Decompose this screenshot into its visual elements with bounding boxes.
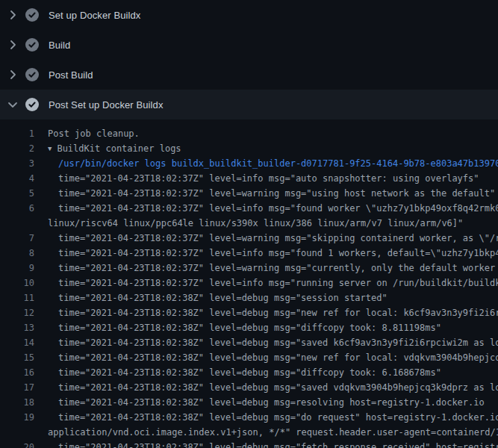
log-line-number[interactable]: 14 [0,335,34,350]
step-row-build[interactable]: Build [0,30,498,60]
step-row-post-build[interactable]: Post Build [0,60,498,90]
log-line-text: time="2021-04-23T18:02:38Z" level=debug … [34,440,498,448]
step-row-post-set-up-docker-buildx[interactable]: Post Set up Docker Buildx [0,90,498,119]
log-line-text: Post job cleanup. [34,126,140,141]
log-line-number[interactable]: 16 [0,365,34,380]
log-line-number[interactable]: 12 [0,305,34,320]
log-line: 12time="2021-04-23T18:02:38Z" level=debu… [0,305,498,320]
step-title: Post Build [49,69,93,81]
log-line-text: time="2021-04-23T18:02:38Z" level=debug … [34,350,498,365]
log-command-text: /usr/bin/docker logs buildx_buildkit_bui… [34,156,498,171]
step-row-set-up-docker-buildx[interactable]: Set up Docker Buildx [0,0,498,30]
log-line: 5time="2021-04-23T18:02:37Z" level=warni… [0,186,498,201]
log-line-text: time="2021-04-23T18:02:37Z" level=info m… [34,171,479,186]
log-line-text: ▼BuildKit container logs [34,141,181,156]
log-line: 11time="2021-04-23T18:02:38Z" level=debu… [0,290,498,305]
log-line-text: time="2021-04-23T18:02:38Z" level=debug … [34,395,485,410]
log-line-number[interactable]: 2 [0,141,34,156]
check-circle-icon [25,38,39,52]
log-line-number[interactable]: 17 [0,380,34,395]
log-line-text: time="2021-04-23T18:02:37Z" level=warnin… [34,231,498,246]
log-line: 9time="2021-04-23T18:02:37Z" level=warni… [0,261,498,276]
log-line-text: time="2021-04-23T18:02:38Z" level=debug … [34,335,498,350]
log-line-number[interactable]: 8 [0,246,34,261]
log-line: 13time="2021-04-23T18:02:38Z" level=debu… [0,320,498,335]
log-content: 1Post job cleanup.2▼BuildKit container l… [0,119,498,448]
workflow-steps-list: Set up Docker BuildxBuildPost BuildPost … [0,0,498,119]
log-line-number[interactable]: 9 [0,261,34,276]
log-line-continuation: application/vnd.oci.image.index.v1+json,… [0,425,498,440]
log-line-text: time="2021-04-23T18:02:38Z" level=debug … [34,320,441,335]
chevron-right-icon[interactable] [7,9,19,21]
log-line: 7time="2021-04-23T18:02:37Z" level=warni… [0,231,498,246]
log-line-text: time="2021-04-23T18:02:38Z" level=debug … [34,365,441,380]
log-line-number[interactable]: 5 [0,186,34,201]
log-line: 2▼BuildKit container logs [0,141,498,156]
log-line: 20time="2021-04-23T18:02:38Z" level=debu… [0,440,498,448]
log-line-continuation: linux/riscv64 linux/ppc64le linux/s390x … [0,216,498,231]
log-line-text: application/vnd.oci.image.index.v1+json,… [34,425,498,440]
check-circle-icon [25,98,39,111]
log-line-text: time="2021-04-23T18:02:37Z" level=info m… [34,276,498,290]
chevron-right-icon[interactable] [7,39,19,51]
log-group-toggle-icon[interactable]: ▼ [48,141,52,156]
log-line: 19time="2021-04-23T18:02:38Z" level=debu… [0,410,498,425]
log-line: 1Post job cleanup. [0,126,498,141]
log-line-number [0,425,34,440]
log-line-number[interactable]: 1 [0,126,34,141]
log-line-number[interactable]: 10 [0,276,34,290]
log-line-text: time="2021-04-23T18:02:37Z" level=info m… [34,246,498,261]
log-line-number[interactable]: 15 [0,350,34,365]
log-line: 10time="2021-04-23T18:02:37Z" level=info… [0,276,498,290]
log-line-number[interactable]: 18 [0,395,34,410]
log-line-text: linux/riscv64 linux/ppc64le linux/s390x … [34,216,463,231]
log-line-text: time="2021-04-23T18:02:38Z" level=debug … [34,290,387,305]
log-line-number[interactable]: 6 [0,201,34,216]
log-line: 4time="2021-04-23T18:02:37Z" level=info … [0,171,498,186]
log-line-number[interactable]: 4 [0,171,34,186]
log-line: 14time="2021-04-23T18:02:38Z" level=debu… [0,335,498,350]
log-line: 17time="2021-04-23T18:02:38Z" level=debu… [0,380,498,395]
log-line-number[interactable]: 7 [0,231,34,246]
log-line-text: time="2021-04-23T18:02:37Z" level=warnin… [34,261,498,276]
step-title: Post Set up Docker Buildx [49,99,164,111]
check-circle-icon [25,68,39,81]
log-line-number[interactable]: 20 [0,440,34,448]
step-title: Build [49,40,70,51]
log-line: 6time="2021-04-23T18:02:37Z" level=info … [0,201,498,216]
log-line-number[interactable]: 11 [0,290,34,305]
log-line-number[interactable]: 13 [0,320,34,335]
log-line: 3/usr/bin/docker logs buildx_buildkit_bu… [0,156,498,171]
chevron-right-icon[interactable] [7,69,19,81]
log-line-text: time="2021-04-23T18:02:38Z" level=debug … [34,410,498,425]
check-circle-icon [25,8,39,22]
log-line: 18time="2021-04-23T18:02:38Z" level=debu… [0,395,498,410]
log-line-number [0,216,34,231]
log-line: 15time="2021-04-23T18:02:38Z" level=debu… [0,350,498,365]
log-line-text: time="2021-04-23T18:02:38Z" level=debug … [34,305,498,320]
log-line-text: time="2021-04-23T18:02:37Z" level=info m… [34,201,498,216]
log-line: 8time="2021-04-23T18:02:37Z" level=info … [0,246,498,261]
chevron-down-icon[interactable] [7,99,19,111]
log-line-number[interactable]: 3 [0,156,34,171]
log-line-number[interactable]: 19 [0,410,34,425]
log-line-text: time="2021-04-23T18:02:38Z" level=debug … [34,380,498,395]
log-line: 16time="2021-04-23T18:02:38Z" level=debu… [0,365,498,380]
log-line-text: time="2021-04-23T18:02:37Z" level=warnin… [34,186,495,201]
step-title: Set up Docker Buildx [49,10,140,21]
